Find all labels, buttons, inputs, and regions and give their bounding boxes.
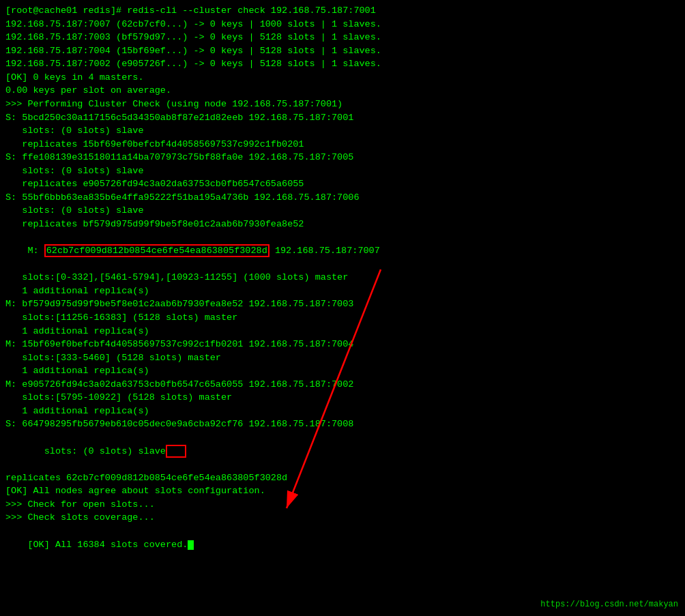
- line-16: slots: (0 slots) slave: [5, 204, 680, 218]
- terminal-window: [root@cache01 redis]# redis-cli --cluste…: [0, 0, 685, 616]
- line-10: slots: (0 slots) slave: [5, 124, 680, 138]
- line-4: 192.168.75.187:7004 (15bf69ef...) -> 0 k…: [5, 44, 680, 58]
- line-32-highlight: [166, 445, 186, 458]
- line-30: S: 664798295fb5679eb610c05dec0e9a6cba92c…: [5, 417, 680, 431]
- line-28: slots:[5795-10922] (5128 slots) master: [5, 391, 680, 405]
- line-17: replicates bf579d975d99f9be5f8e01c2aab6b…: [5, 218, 680, 231]
- line-9: S: 5bcd250c30a117156c5d34350ab8f87e21d82…: [5, 111, 680, 125]
- line-27: M: e905726fd94c3a02da63753cb0fb6547c65a6…: [5, 378, 680, 392]
- line-33: replicates 62cb7cf009d812b0854ce6fe54ea8…: [5, 471, 680, 485]
- line-5: 192.168.75.187:7002 (e905726f...) -> 0 k…: [5, 57, 680, 71]
- line-3: 192.168.75.187:7003 (bf579d97...) -> 0 k…: [5, 31, 680, 44]
- line-8: >>> Performing Cluster Check (using node…: [5, 98, 680, 111]
- line-25: slots:[333-5460] (5128 slots) master: [5, 351, 680, 365]
- line-11: replicates 15bf69ef0befcbf4d40585697537c…: [5, 138, 680, 151]
- line-12: S: ffe108139e31518011a14ba707973c75bf88f…: [5, 151, 680, 164]
- line-1: [root@cache01 redis]# redis-cli --cluste…: [5, 4, 680, 18]
- line-26: 1 additional replica(s): [5, 364, 680, 378]
- line-18-pre: M:: [27, 246, 44, 256]
- line-6: [OK] 0 keys in 4 masters.: [5, 71, 680, 85]
- line-18-highlight: 62cb7cf009d812b0854ce6fe54ea863805f3028d: [44, 244, 269, 257]
- line-32-pre: slots: (0 slots) slave: [27, 446, 166, 456]
- line-20: 1 additional replica(s): [5, 284, 680, 298]
- line-2: 192.168.75.187:7007 (62cb7cf0...) -> 0 k…: [5, 18, 680, 31]
- line-15: S: 55bf6bbb63ea835b6e4ffa95222f51ba195a4…: [5, 191, 680, 205]
- line-21: M: bf579d975d99f9be5f8e01c2aab6b7930fea8…: [5, 297, 680, 311]
- cursor: [188, 540, 194, 550]
- line-7: 0.00 keys per slot on average.: [5, 84, 680, 98]
- line-36: >>> Check slots coverage...: [5, 511, 680, 525]
- line-13: slots: (0 slots) slave: [5, 164, 680, 178]
- line-19: slots:[0-332],[5461-5794],[10923-11255] …: [5, 271, 680, 284]
- line-32: slots: (0 slots) slave: [5, 431, 680, 471]
- line-18-post: 192.168.75.187:7007: [269, 246, 380, 256]
- line-18: M: 62cb7cf009d812b0854ce6fe54ea863805f30…: [5, 231, 680, 272]
- line-37: [OK] All 16384 slots covered.: [5, 525, 680, 565]
- line-35: >>> Check for open slots...: [5, 498, 680, 512]
- line-22: slots:[11256-16383] (5128 slots) master: [5, 311, 680, 325]
- line-23: 1 additional replica(s): [5, 325, 680, 338]
- watermark: https://blog.csdn.net/makyan: [540, 600, 678, 609]
- prompt: [OK] All 16384 slots covered.: [27, 540, 188, 550]
- line-34: [OK] All nodes agree about slots configu…: [5, 484, 680, 498]
- line-24: M: 15bf69ef0befcbf4d40585697537c992c1fb0…: [5, 338, 680, 351]
- line-14: replicates e905726fd94c3a02da63753cb0fb6…: [5, 177, 680, 191]
- line-29: 1 additional replica(s): [5, 405, 680, 418]
